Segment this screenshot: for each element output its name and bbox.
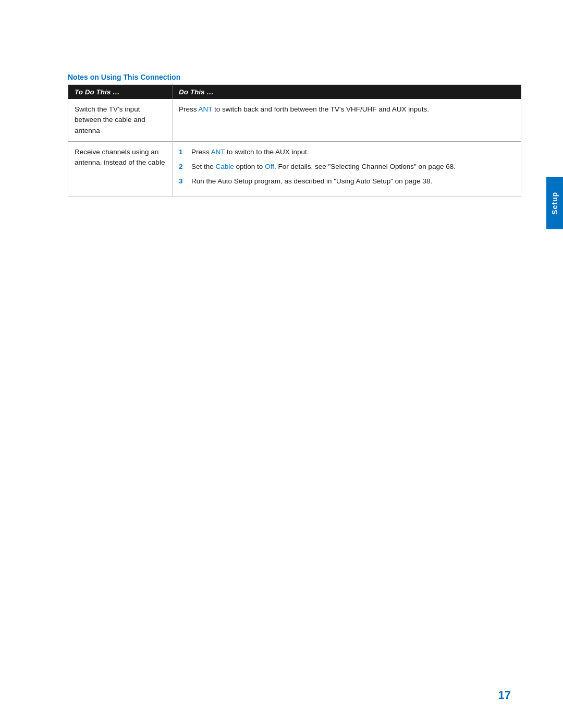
page-content: Notes on Using This Connection To Do Thi… [68,73,521,686]
row1-col1: Switch the TV’s input between the cable … [68,99,173,141]
notes-table: To Do This … Do This … Switch the TV’s i… [68,84,521,197]
page-number: 17 [498,688,511,702]
row2-col2: 1 Press ANT to switch to the AUX input. … [173,141,521,196]
col2-header: Do This … [173,85,521,100]
table-row: Switch the TV’s input between the cable … [68,99,521,141]
cable-highlight: Cable [216,163,234,170]
step-2: 2 Set the Cable option to Off. For detai… [179,162,515,172]
step-1: 1 Press ANT to switch to the AUX input. [179,147,515,157]
col1-header: To Do This … [68,85,173,100]
step-3: 3 Run the Auto Setup program, as describ… [179,176,515,187]
section-title: Notes on Using This Connection [68,73,521,81]
side-tab: Setup [546,177,563,229]
ant-highlight-1: ANT [199,105,213,113]
off-highlight: Off [265,163,274,170]
table-row: Receive channels using an antenna, inste… [68,141,521,196]
ant-highlight-2: ANT [211,148,225,156]
steps-list: 1 Press ANT to switch to the AUX input. … [179,147,515,187]
row1-col2: Press ANT to switch back and forth betwe… [173,99,521,141]
table-header-row: To Do This … Do This … [68,85,521,100]
row2-col1: Receive channels using an antenna, inste… [68,141,173,196]
side-tab-label: Setup [550,192,559,215]
